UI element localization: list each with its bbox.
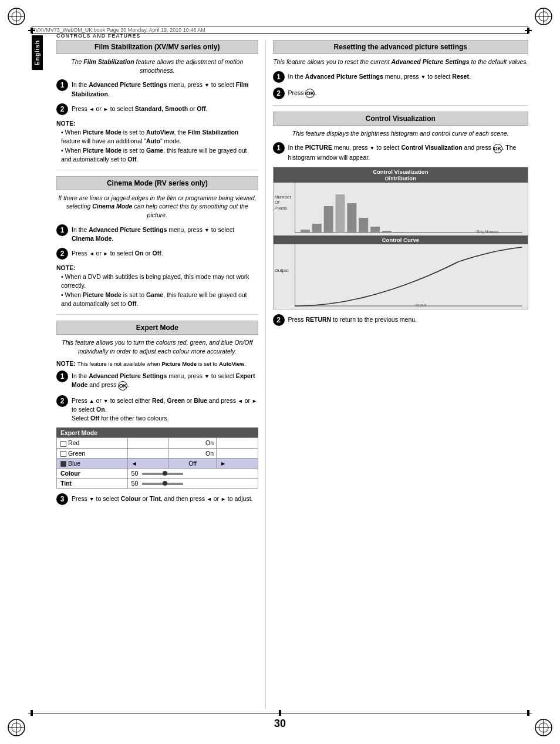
table-row-tint: Tint 50	[57, 478, 258, 488]
green-value: On	[169, 448, 217, 458]
film-step-2: 2 Press or to select Standard, Smooth or…	[56, 103, 258, 115]
expert-step-2: 2 Press or to select either Red, Green o…	[56, 395, 258, 423]
svg-rect-19	[312, 224, 321, 233]
cinema-mode-section: Cinema Mode (RV series only) If there ar…	[56, 176, 258, 308]
chart-output-label: Output	[275, 268, 289, 273]
cinema-step-2: 2 Press or to select On or Off.	[56, 248, 258, 260]
film-note-title: NOTE:	[56, 120, 258, 127]
tint-label: Tint	[57, 478, 128, 488]
cinema-mode-title: Cinema Mode (RV series only)	[56, 176, 258, 190]
bottom-center-cross-h	[276, 713, 284, 714]
page-number: 30	[274, 718, 286, 730]
colour-value: 50	[127, 468, 258, 478]
expert-step-circle-2: 2	[56, 395, 68, 407]
expert-note-prefix: NOTE:	[56, 360, 76, 367]
red-arrow	[216, 438, 258, 448]
resetting-intro: This feature allows you to reset the cur…	[273, 58, 528, 66]
bottom-right-cross-h	[525, 713, 532, 714]
colour-label: Colour	[57, 468, 128, 478]
red-spacer	[127, 438, 169, 448]
corner-decoration-br	[533, 717, 554, 738]
chart-curve-svg	[295, 244, 528, 309]
bottom-left-cross-h	[28, 713, 35, 714]
cinema-step-circle-2: 2	[56, 248, 68, 260]
cinema-step-1: 1 In the Advanced Picture Settings menu,…	[56, 224, 258, 243]
expert-step3-text: Press to select Colour or Tint, and then…	[72, 493, 252, 503]
resetting-title: Resetting the advanced picture settings	[273, 40, 528, 54]
cinema-note-title: NOTE:	[56, 264, 258, 271]
expert-step2-text: Press or to select either Red, Green or …	[72, 395, 258, 423]
chart-curve-title: Control Curve	[274, 235, 528, 244]
chart-dist-area: NumberOfPixels	[274, 183, 528, 235]
expert-table-title: Expert Mode	[57, 428, 258, 438]
control-visualization-title: Control Visualization	[273, 112, 528, 126]
expert-step-1: 1 In the Advanced Picture Settings menu,…	[56, 371, 258, 390]
film-step1-text: In the Advanced Picture Settings menu, p…	[72, 79, 258, 98]
red-value: On	[169, 438, 217, 448]
corner-decoration-bl	[6, 717, 27, 738]
red-checkbox	[60, 441, 66, 447]
table-row-blue: Blue ◄ Off ►	[57, 458, 258, 468]
control-visualization-intro: This feature displays the brightness his…	[273, 129, 528, 138]
corner-decoration-tr	[533, 6, 554, 27]
expert-step-3: 3 Press to select Colour or Tint, and th…	[56, 493, 258, 505]
right-cross-h	[525, 30, 532, 31]
green-spacer	[127, 448, 169, 458]
table-row-red: Red On	[57, 438, 258, 448]
expert-note-inline: NOTE: This feature is not available when…	[56, 360, 258, 367]
cinema-note-2: When Picture Mode is set to Game, this f…	[56, 291, 258, 308]
header-text: RVXVMV73_WebOM_UK.book Page 30 Monday, A…	[32, 27, 205, 33]
tint-slider	[142, 483, 183, 485]
cinema-step2-text: Press or to select On or Off.	[72, 248, 163, 258]
film-stabilization-title: Film Stabilization (XV/MV series only)	[56, 40, 258, 54]
expert-step1-text: In the Advanced Picture Settings menu, p…	[72, 371, 258, 390]
divider-3	[273, 105, 528, 106]
control-visualization-section: Control Visualization This feature displ…	[273, 112, 528, 326]
left-column: Film Stabilization (XV/MV series only) T…	[32, 40, 265, 709]
table-row-green: Green On	[57, 448, 258, 458]
cv-step-1: 1 In the PICTURE menu, press to select C…	[273, 142, 528, 161]
svg-rect-22	[347, 203, 356, 233]
film-note-1: When Picture Mode is set to AutoView, th…	[56, 128, 258, 145]
expert-mode-title: Expert Mode	[56, 321, 258, 335]
chart-curve-area: Output Input	[274, 244, 528, 309]
step-circle-2: 2	[56, 103, 68, 115]
cinema-step1-text: In the Advanced Picture Settings menu, p…	[72, 224, 258, 243]
svg-rect-23	[359, 218, 368, 233]
green-checkbox	[60, 451, 66, 457]
table-row-colour: Colour 50	[57, 468, 258, 478]
cinema-step-circle-1: 1	[56, 224, 68, 236]
cv-step1-text: In the PICTURE menu, press to select Con…	[288, 142, 528, 161]
chart-dist-svg	[295, 183, 528, 235]
colour-slider	[142, 473, 183, 475]
expert-step-circle-3: 3	[56, 493, 68, 505]
cv-step2-text: Press RETURN to return to the previous m…	[288, 314, 417, 324]
film-stabilization-section: Film Stabilization (XV/MV series only) T…	[56, 40, 258, 164]
left-cross-h	[28, 30, 35, 31]
svg-rect-21	[335, 194, 345, 233]
blue-arrow-right: ►	[216, 458, 258, 468]
film-step2-text: Press or to select Standard, Smooth or O…	[72, 103, 207, 113]
svg-rect-24	[370, 227, 380, 233]
expert-mode-section: Expert Mode This feature allows you to t…	[56, 321, 258, 505]
cv-step-2: 2 Press RETURN to return to the previous…	[273, 314, 528, 326]
resetting-step2-text: Press OK.	[288, 87, 317, 98]
expert-mode-intro: This feature allows you to turn the colo…	[56, 338, 258, 355]
chart-dist-title: Control VisualizationDistribution	[274, 167, 528, 183]
chart-y-label: NumberOfPixels	[275, 194, 291, 211]
expert-mode-table: Expert Mode Red On Green On Blue ◄	[56, 427, 258, 489]
green-label: Green	[57, 448, 128, 458]
cv-step-circle-1: 1	[273, 142, 285, 154]
expert-step-circle-1: 1	[56, 371, 68, 382]
expert-note-text: This feature is not available when Pictu…	[77, 361, 246, 367]
blue-label: Blue	[57, 458, 128, 468]
svg-rect-25	[382, 231, 392, 233]
svg-rect-20	[323, 206, 333, 233]
cinema-note-1: When a DVD with subtitles is being playe…	[56, 272, 258, 289]
green-arrow	[216, 448, 258, 458]
blue-checkbox	[60, 461, 66, 467]
svg-rect-18	[301, 230, 310, 233]
cinema-mode-intro: If there are lines or jagged edges in th…	[56, 194, 258, 220]
main-content: Film Stabilization (XV/MV series only) T…	[32, 40, 528, 709]
red-label: Red	[57, 438, 128, 448]
